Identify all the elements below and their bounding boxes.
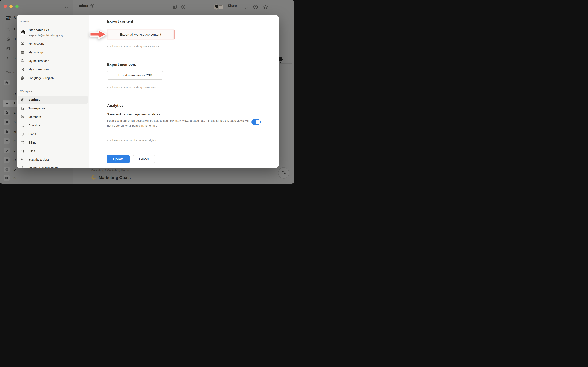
search-icon[interactable] bbox=[6, 27, 10, 32]
workspace-name[interactable]: A bbox=[13, 16, 16, 20]
avatar bbox=[20, 30, 26, 35]
sidebar-item-sites[interactable]: Sites bbox=[20, 149, 35, 153]
settings-gear-icon[interactable] bbox=[6, 56, 10, 60]
user-name: Stephanie Lee bbox=[29, 28, 50, 32]
learn-exporting-members-link[interactable]: ? Learn about exporting members. bbox=[107, 86, 156, 89]
inbox-icon[interactable] bbox=[6, 47, 10, 51]
teamspace-item-3[interactable]: S bbox=[13, 120, 16, 124]
cancel-button[interactable]: Cancel bbox=[133, 155, 155, 163]
collapse-panel-icon[interactable] bbox=[180, 5, 185, 9]
sidebar-item-identity-provisioning[interactable]: Identity & provisioning bbox=[20, 166, 58, 168]
page-view-analytics-description: People with edit or full access will be … bbox=[107, 114, 250, 128]
more-options-icon[interactable] bbox=[165, 7, 170, 7]
sidebar-item-language-region[interactable]: Language & region bbox=[20, 76, 54, 80]
page-title[interactable]: Marketing Goals bbox=[99, 175, 131, 180]
sidebar-item-plans[interactable]: Plans bbox=[20, 132, 36, 136]
bell-icon bbox=[20, 59, 24, 63]
teamspace-icon-clock[interactable] bbox=[4, 119, 10, 125]
crescent-moon-icon bbox=[91, 175, 96, 180]
teamspace-icon-clapperboard[interactable] bbox=[4, 129, 10, 134]
teamspace-icon-box[interactable] bbox=[4, 167, 10, 172]
page-illustration-fragment bbox=[279, 57, 282, 61]
sidebar-item-security-data[interactable]: Security & data bbox=[20, 158, 49, 162]
zoom-window-button[interactable] bbox=[15, 5, 18, 8]
teamspace-icon-flower[interactable] bbox=[4, 138, 10, 144]
sidebar-item-billing[interactable]: Billing bbox=[20, 141, 36, 145]
sidebar-item-settings[interactable]: S bbox=[13, 56, 16, 60]
teamspace-icon-banknote[interactable] bbox=[4, 175, 10, 181]
breadcrumb[interactable]: Marketing / Marketing Home bbox=[91, 168, 129, 172]
analytics-toggle[interactable] bbox=[251, 119, 261, 125]
teamspace-icon-people[interactable] bbox=[4, 157, 10, 163]
minimize-window-button[interactable] bbox=[9, 5, 13, 8]
settings-sidebar: Account Stephanie Lee stephanie@toolsfor… bbox=[17, 15, 89, 168]
key-icon bbox=[20, 158, 24, 162]
page-illustration-shadow bbox=[280, 63, 292, 64]
badge-icon bbox=[20, 166, 24, 168]
sidebar-item-my-account[interactable]: My account bbox=[20, 42, 44, 46]
page-menu-icon[interactable] bbox=[272, 7, 277, 7]
settings-modal: Account Stephanie Lee stephanie@toolsfor… bbox=[17, 15, 279, 168]
sidebar-item-home[interactable]: H bbox=[13, 37, 16, 41]
user-email: stephanie@toolsforthought.xyz bbox=[29, 34, 65, 37]
sliders-icon bbox=[20, 50, 24, 54]
export-content-heading: Export content bbox=[107, 19, 133, 24]
account-section-header: Account bbox=[20, 20, 29, 23]
teamspace-icon-scales[interactable] bbox=[4, 148, 10, 153]
teamspace-item-6[interactable]: L bbox=[13, 149, 16, 152]
teamspace-icon-wrench[interactable] bbox=[4, 101, 10, 106]
comments-icon[interactable] bbox=[243, 4, 249, 10]
side-peek-icon[interactable] bbox=[173, 5, 177, 9]
workspace-logo[interactable]: ACME bbox=[5, 16, 12, 20]
collapse-sidebar-icon[interactable] bbox=[64, 5, 69, 9]
inbox-filter-icon[interactable] bbox=[90, 4, 95, 8]
svg-text:?: ? bbox=[108, 140, 110, 142]
sidebar-item-teamspaces[interactable]: Teamspaces bbox=[20, 106, 45, 110]
page-illustration-dot bbox=[280, 62, 281, 63]
avatar-collaborator[interactable] bbox=[218, 4, 224, 10]
learn-workspace-analytics-link[interactable]: ? Learn about workspace analytics. bbox=[107, 139, 158, 142]
teamspace-item-7[interactable]: C bbox=[13, 158, 16, 162]
credit-card-icon bbox=[20, 141, 24, 145]
person-circle-icon bbox=[20, 42, 24, 46]
teamspace-item-0[interactable]: C bbox=[13, 92, 16, 96]
history-clock-icon[interactable] bbox=[253, 4, 258, 10]
footer-divider bbox=[89, 150, 279, 150]
teamspace-icon-bank[interactable] bbox=[4, 110, 10, 116]
teamspaces-header: Teams bbox=[6, 71, 15, 74]
sidebar-item-my-notifications[interactable]: My notifications bbox=[20, 59, 49, 63]
sidebar-item-my-settings[interactable]: My settings bbox=[20, 50, 44, 54]
teamspace-item-9[interactable]: Fi bbox=[13, 176, 16, 180]
home-icon[interactable] bbox=[6, 37, 10, 41]
sidebar-item-my-connections[interactable]: My connections bbox=[20, 67, 49, 72]
user-row[interactable] bbox=[20, 30, 26, 35]
teamspace-item-2[interactable]: E bbox=[13, 111, 16, 115]
section-divider bbox=[107, 55, 260, 55]
sidebar-item-inbox[interactable]: I bbox=[13, 47, 14, 50]
help-circle-icon: ? bbox=[107, 45, 111, 48]
sidebar-item-search[interactable]: S bbox=[13, 27, 16, 31]
teamspace-item-4[interactable]: M bbox=[13, 130, 16, 133]
share-button[interactable]: Share bbox=[228, 4, 237, 8]
close-window-button[interactable] bbox=[4, 5, 7, 8]
tab-title: Inbox bbox=[79, 4, 88, 8]
learn-exporting-workspaces-link[interactable]: ? Learn about exporting workspaces. bbox=[107, 45, 160, 48]
section-divider bbox=[107, 97, 260, 97]
teamspace-item-5[interactable]: P bbox=[13, 139, 16, 143]
teamspace-icon-home[interactable] bbox=[4, 80, 10, 85]
sidebar-item-analytics[interactable]: Analytics bbox=[20, 123, 40, 127]
ai-assistant-button[interactable] bbox=[278, 167, 289, 179]
teamspace-item-8[interactable]: D bbox=[13, 168, 16, 171]
export-all-workspace-content-button[interactable]: Export all workspace content bbox=[108, 30, 173, 39]
update-button[interactable]: Update bbox=[107, 155, 130, 163]
teamspace-item-1[interactable]: P bbox=[13, 101, 16, 105]
analytics-heading: Analytics bbox=[107, 103, 124, 108]
magnifier-sparkle-icon bbox=[20, 123, 24, 127]
annotation-highlight-box: Export all workspace content bbox=[107, 29, 174, 40]
toggle-knob bbox=[256, 120, 260, 124]
sidebar-item-settings[interactable]: Settings bbox=[20, 98, 40, 102]
arrow-up-right-box-icon bbox=[20, 67, 24, 72]
export-members-csv-button[interactable]: Export members as CSV bbox=[107, 71, 163, 80]
favorite-star-icon[interactable] bbox=[263, 4, 268, 10]
sidebar-item-members[interactable]: Members bbox=[20, 115, 41, 119]
